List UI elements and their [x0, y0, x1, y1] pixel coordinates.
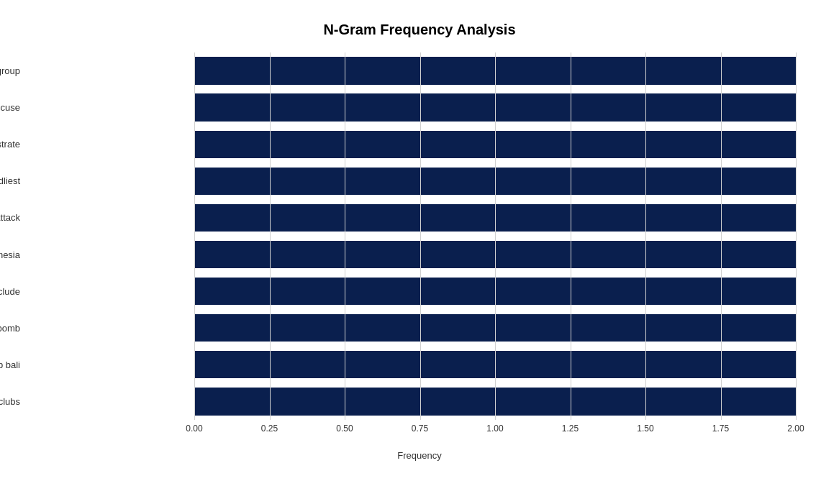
bar: [194, 278, 796, 305]
bars-area: [194, 52, 796, 420]
x-tick-label: 0.25: [261, 423, 278, 434]
y-label: indonesia include bomb: [0, 310, 29, 347]
bar-row: [194, 347, 796, 383]
bar-row: [194, 199, 796, 236]
bar: [194, 93, 796, 121]
bar: [194, 314, 796, 342]
full-chart: qaeda link grouplink group accusegroup a…: [29, 52, 810, 461]
x-tick-label: 1.75: [712, 423, 729, 434]
bar-row: [194, 273, 796, 310]
x-axis: 0.000.250.500.751.001.251.501.752.00: [194, 420, 796, 449]
y-label: include bomb bali: [0, 347, 29, 383]
bar-row: [194, 52, 796, 89]
chart-title: N-Gram Frequency Analysis: [29, 14, 810, 38]
y-label: attack indonesia include: [0, 273, 29, 310]
y-label: group accuse orchestrate: [0, 126, 29, 162]
y-label: deadliest attack indonesia: [0, 236, 29, 272]
x-axis-title: Frequency: [29, 450, 810, 461]
y-axis-labels: qaeda link grouplink group accusegroup a…: [0, 52, 29, 420]
bar-row: [194, 126, 796, 162]
x-tick-label: 1.00: [486, 423, 503, 434]
x-tick-label: 0.00: [186, 423, 202, 434]
x-tick-label: 0.50: [336, 423, 353, 434]
bar: [194, 57, 796, 84]
x-tick-label: 2.00: [787, 423, 804, 434]
bar: [194, 351, 796, 378]
grid-line: [796, 52, 797, 420]
bar: [194, 168, 796, 195]
chart-container: N-Gram Frequency Analysis qaeda link gro…: [0, 0, 839, 504]
bar: [194, 131, 796, 158]
y-label: orchestrate deadliest attack: [0, 199, 29, 236]
bar: [194, 241, 796, 268]
bar: [194, 388, 796, 415]
bar-row: [194, 383, 796, 420]
y-label: link group accuse: [0, 89, 29, 126]
bar: [194, 204, 796, 232]
x-tick-label: 0.75: [412, 423, 428, 434]
bar-row: [194, 310, 796, 347]
bar-row: [194, 236, 796, 272]
x-tick-label: 1.50: [637, 423, 653, 434]
bar-row: [194, 89, 796, 126]
y-label: bomb bali nightclubs: [0, 383, 29, 420]
x-tick-label: 1.25: [562, 423, 579, 434]
y-label: qaeda link group: [0, 52, 29, 89]
bar-row: [194, 162, 796, 199]
y-label: accuse orchestrate deadliest: [0, 162, 29, 199]
